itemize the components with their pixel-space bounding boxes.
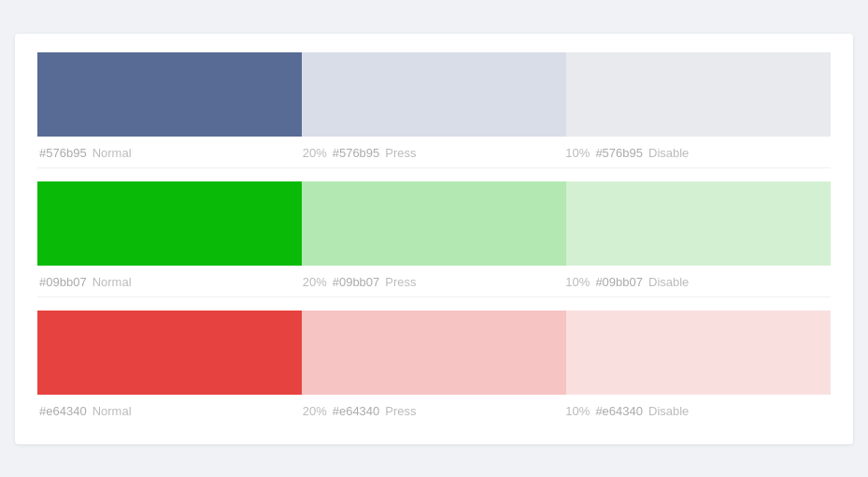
- label-group-blue-disable: 10%#576b95Disable: [565, 146, 829, 160]
- row-divider: [37, 296, 831, 297]
- hex-red-disable: #e64340: [595, 404, 643, 418]
- state-blue-press: Press: [385, 146, 416, 160]
- label-group-red-disable: 10%#e64340Disable: [565, 404, 829, 418]
- opacity-green-disable: 10%: [565, 275, 590, 289]
- swatch-red-disable: [566, 311, 831, 395]
- color-row-red: #e64340Normal20%#e64340Press10%#e64340Di…: [37, 311, 831, 418]
- labels-green: #09bb07Normal20%#09bb07Press10%#09bb07Di…: [37, 275, 831, 289]
- hex-blue-press: #576b95: [333, 146, 380, 160]
- opacity-green-press: 20%: [303, 275, 327, 289]
- swatches-red: [37, 311, 831, 395]
- hex-green-press: #09bb07: [333, 275, 380, 289]
- hex-green-normal: #09bb07: [39, 275, 87, 289]
- labels-blue: #576b95Normal20%#576b95Press10%#576b95Di…: [37, 146, 831, 160]
- swatch-blue-disable: [566, 52, 831, 137]
- hex-red-press: #e64340: [333, 404, 380, 418]
- swatch-blue-normal: [37, 52, 302, 137]
- color-palette-card: #576b95Normal20%#576b95Press10%#576b95Di…: [15, 34, 853, 444]
- swatch-red-normal: [37, 311, 302, 395]
- state-blue-normal: Normal: [92, 146, 132, 160]
- state-red-normal: Normal: [92, 404, 132, 418]
- label-group-blue-press: 20%#576b95Press: [303, 146, 566, 160]
- label-group-blue-normal: #576b95Normal: [39, 146, 303, 160]
- label-group-green-press: 20%#09bb07Press: [303, 275, 566, 289]
- swatch-green-press: [302, 181, 566, 266]
- color-row-blue: #576b95Normal20%#576b95Press10%#576b95Di…: [37, 52, 831, 160]
- label-group-green-normal: #09bb07Normal: [39, 275, 303, 289]
- row-divider: [37, 167, 831, 168]
- hex-green-disable: #09bb07: [595, 275, 643, 289]
- swatch-red-press: [302, 311, 566, 395]
- swatch-green-disable: [566, 181, 831, 266]
- swatches-blue: [37, 52, 831, 137]
- state-blue-disable: Disable: [648, 146, 689, 160]
- hex-red-normal: #e64340: [39, 404, 87, 418]
- opacity-red-disable: 10%: [565, 404, 590, 418]
- labels-red: #e64340Normal20%#e64340Press10%#e64340Di…: [37, 404, 831, 418]
- label-group-red-normal: #e64340Normal: [39, 404, 303, 418]
- state-green-disable: Disable: [648, 275, 689, 289]
- swatch-green-normal: [37, 181, 302, 266]
- hex-blue-disable: #576b95: [595, 146, 643, 160]
- label-group-red-press: 20%#e64340Press: [303, 404, 566, 418]
- label-group-green-disable: 10%#09bb07Disable: [565, 275, 829, 289]
- state-green-normal: Normal: [92, 275, 132, 289]
- state-red-press: Press: [385, 404, 416, 418]
- opacity-red-press: 20%: [303, 404, 327, 418]
- state-red-disable: Disable: [648, 404, 689, 418]
- state-green-press: Press: [385, 275, 416, 289]
- swatches-green: [37, 181, 831, 266]
- hex-blue-normal: #576b95: [39, 146, 87, 160]
- swatch-blue-press: [302, 52, 566, 137]
- opacity-blue-disable: 10%: [565, 146, 590, 160]
- opacity-blue-press: 20%: [303, 146, 327, 160]
- color-row-green: #09bb07Normal20%#09bb07Press10%#09bb07Di…: [37, 181, 831, 289]
